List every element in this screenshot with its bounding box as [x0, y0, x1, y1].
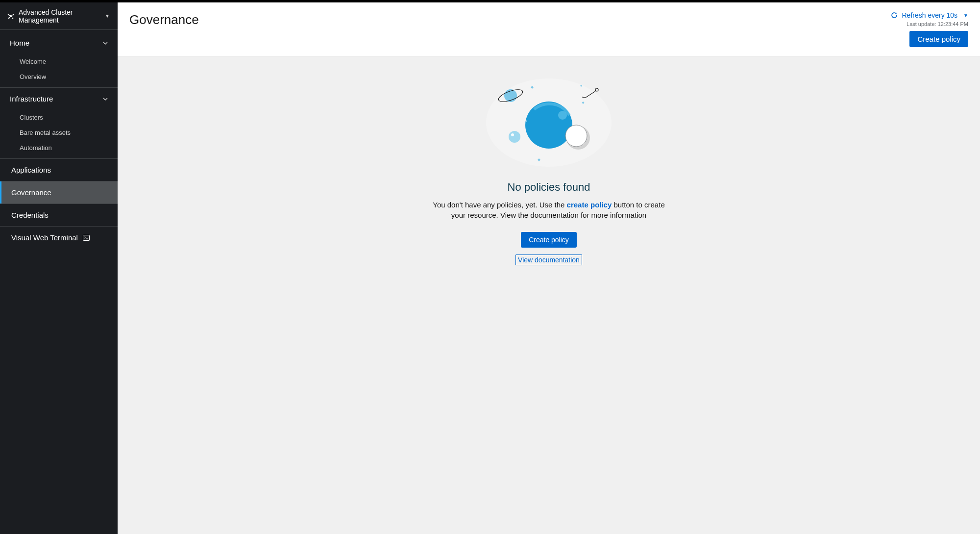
nav-section-infrastructure: Infrastructure Clusters Bare metal asset…	[0, 88, 118, 159]
svg-point-18	[509, 131, 520, 143]
page-title: Governance	[129, 11, 891, 27]
caret-down-icon: ▼	[105, 13, 110, 19]
svg-point-13	[558, 111, 567, 120]
sidebar-item-applications[interactable]: Applications	[0, 159, 118, 181]
nav-section-home-label: Home	[10, 39, 103, 47]
refresh-icon	[891, 12, 898, 19]
view-documentation-link[interactable]: View documentation	[515, 254, 582, 265]
refresh-interval-selector[interactable]: Refresh every 10s ▼	[891, 11, 968, 19]
sidebar-item-welcome[interactable]: Welcome	[0, 54, 118, 69]
nav-section-infrastructure-label: Infrastructure	[10, 95, 103, 103]
terminal-icon	[83, 235, 90, 241]
svg-rect-9	[83, 235, 89, 240]
page-header-actions: Refresh every 10s ▼ Last update: 12:23:4…	[891, 11, 968, 47]
chevron-down-icon	[103, 41, 108, 46]
sidebar: Advanced Cluster Management ▼ Home Welco…	[0, 2, 118, 534]
sidebar-item-bare-metal-assets[interactable]: Bare metal assets	[0, 125, 118, 140]
create-policy-button[interactable]: Create policy	[909, 31, 968, 47]
svg-point-15	[565, 125, 587, 147]
sidebar-item-label: Credentials	[11, 211, 49, 219]
nav-section-home: Home Welcome Overview	[0, 32, 118, 88]
page-content: No policies found You don't have any pol…	[118, 56, 980, 534]
empty-state-description: You don't have any policies, yet. Use th…	[431, 200, 666, 220]
create-policy-button[interactable]: Create policy	[521, 232, 577, 248]
main-content: Governance Refresh every 10s ▼ Last upda…	[118, 2, 980, 534]
refresh-interval-label: Refresh every 10s	[902, 11, 957, 19]
sidebar-item-label: Governance	[11, 188, 51, 197]
product-switcher[interactable]: Advanced Cluster Management ▼	[0, 2, 118, 30]
sidebar-item-clusters[interactable]: Clusters	[0, 110, 118, 125]
last-update-text: Last update: 12:23:44 PM	[891, 21, 968, 27]
create-policy-inline-link[interactable]: create policy	[567, 201, 612, 209]
empty-state: No policies found You don't have any pol…	[421, 76, 676, 265]
sidebar-item-label: Visual Web Terminal	[11, 233, 78, 242]
product-switcher-icon	[7, 12, 15, 20]
sidebar-item-label: Applications	[11, 166, 51, 174]
caret-down-icon: ▼	[963, 13, 968, 18]
sidebar-nav: Home Welcome Overview Infrastructure	[0, 30, 118, 249]
sidebar-item-governance[interactable]: Governance	[0, 181, 118, 203]
sidebar-item-visual-web-terminal[interactable]: Visual Web Terminal	[0, 227, 118, 249]
chevron-down-icon	[103, 97, 108, 102]
page-header: Governance Refresh every 10s ▼ Last upda…	[118, 2, 980, 56]
sidebar-item-automation[interactable]: Automation	[0, 140, 118, 155]
empty-state-illustration	[485, 76, 612, 169]
sidebar-item-overview[interactable]: Overview	[0, 69, 118, 84]
nav-section-home-header[interactable]: Home	[0, 32, 118, 54]
svg-point-19	[511, 133, 514, 136]
svg-point-20	[595, 88, 598, 91]
sidebar-item-credentials[interactable]: Credentials	[0, 204, 118, 226]
empty-state-actions: Create policy View documentation	[431, 232, 666, 265]
empty-state-title: No policies found	[431, 181, 666, 194]
product-switcher-label: Advanced Cluster Management	[19, 8, 105, 24]
nav-section-infrastructure-header[interactable]: Infrastructure	[0, 88, 118, 110]
